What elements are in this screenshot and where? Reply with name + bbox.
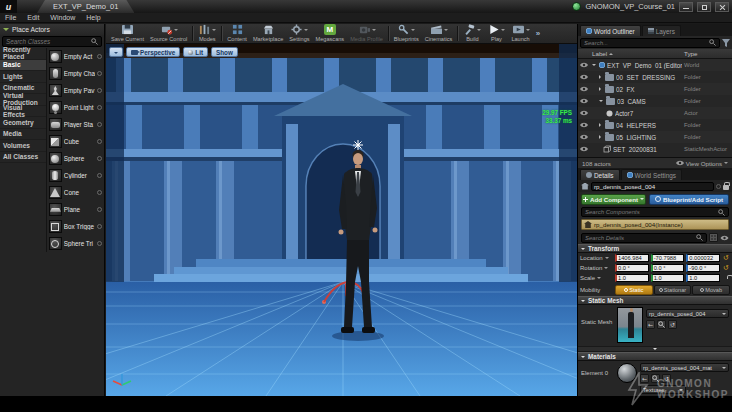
outliner-row-world[interactable]: EXT_VP_Demo_01 (Editor) World: [578, 59, 732, 71]
content-button[interactable]: Content: [224, 24, 250, 42]
location-y-field[interactable]: -70.7988: [651, 254, 685, 263]
lock-icon[interactable]: [723, 185, 729, 190]
expander-icon[interactable]: [599, 75, 603, 79]
static-mesh-thumbnail[interactable]: [617, 307, 643, 343]
menu-window[interactable]: Window: [50, 14, 75, 21]
blueprint-add-script-button[interactable]: Blueprint/Add Script: [649, 194, 729, 205]
visibility-eye-icon[interactable]: [580, 62, 588, 68]
rotation-y-field[interactable]: 0.0 °: [651, 264, 685, 273]
modes-button[interactable]: Modes: [195, 24, 219, 42]
category-volumes[interactable]: Volumes: [0, 140, 46, 152]
actor-item-cone[interactable]: Cone: [47, 184, 104, 201]
restore-button[interactable]: [697, 2, 711, 12]
selected-component-row[interactable]: rp_dennis_posed_004(Instance): [581, 219, 729, 230]
tab-world-settings[interactable]: World Settings: [621, 169, 682, 180]
material-select[interactable]: rp_dennis_posed_004_mat: [640, 363, 729, 372]
menu-file[interactable]: File: [5, 14, 16, 21]
expander-icon[interactable]: [599, 87, 603, 91]
cinematics-button[interactable]: Cinematics: [422, 24, 456, 42]
expander-icon[interactable]: [599, 100, 603, 104]
category-recently-placed[interactable]: Recently Placed: [0, 48, 46, 60]
toolbar-overflow-chevron[interactable]: »: [536, 29, 540, 38]
actor-item-cylinder[interactable]: Cylinder: [47, 167, 104, 184]
settings-button[interactable]: Settings: [286, 24, 312, 42]
actor-item-sphere[interactable]: Sphere: [47, 150, 104, 167]
media-profile-button[interactable]: Media Profile: [347, 24, 386, 42]
category-basic[interactable]: Basic: [0, 60, 46, 72]
menu-edit[interactable]: Edit: [27, 14, 39, 21]
outliner-row-actor[interactable]: Actor7 Actor: [578, 107, 732, 119]
actor-item-cube[interactable]: Cube: [47, 133, 104, 150]
actor-item-box-trigger[interactable]: Box Trigge: [47, 218, 104, 235]
outliner-row-folder[interactable]: 05_LIGHTING Folder: [578, 131, 732, 143]
actor-item-empty-pawn[interactable]: Empty Pav: [47, 82, 104, 99]
outliner-row-staticmesh[interactable]: SET_20200831 StaticMeshActor: [578, 143, 732, 155]
static-mesh-select[interactable]: rp_dennis_posed_004: [646, 309, 729, 318]
rotation-z-field[interactable]: -90.0 °: [686, 264, 720, 273]
category-media[interactable]: Media: [0, 129, 46, 141]
outliner-row-folder[interactable]: 02_FX Folder: [578, 83, 732, 95]
browse-to-material-button[interactable]: [651, 374, 660, 383]
megascans-button[interactable]: M Megascans: [313, 24, 348, 42]
category-visual-effects[interactable]: Visual Effects: [0, 106, 46, 118]
blueprints-button[interactable]: Blueprints: [391, 24, 422, 42]
viewport-options-button[interactable]: [109, 47, 123, 57]
scale-y-field[interactable]: 1.0: [651, 274, 685, 283]
actor-item-player-start[interactable]: Player Sta: [47, 116, 104, 133]
actor-name-field[interactable]: rp_dennis_posed_004: [591, 182, 714, 191]
visibility-eye-icon[interactable]: [580, 98, 588, 104]
category-geometry[interactable]: Geometry: [0, 117, 46, 129]
category-all-classes[interactable]: All Classes: [0, 152, 46, 164]
outliner-row-folder[interactable]: 04_HELPERS Folder: [578, 119, 732, 131]
tab-details[interactable]: Details: [580, 169, 620, 180]
tab-layers[interactable]: Layers: [642, 25, 681, 36]
actor-item-empty-actor[interactable]: Empty Act: [47, 48, 104, 65]
search-details-input[interactable]: Search Details: [581, 233, 707, 243]
static-mesh-section-header[interactable]: Static Mesh: [578, 296, 732, 305]
filter-icon[interactable]: [722, 39, 730, 47]
actor-item-plane[interactable]: Plane: [47, 201, 104, 218]
show-button[interactable]: Show: [211, 47, 238, 57]
textures-dropdown[interactable]: Textures: [640, 385, 686, 394]
property-matrix-icon[interactable]: [709, 233, 718, 242]
mobility-static-button[interactable]: Static: [615, 285, 653, 295]
rotation-x-field[interactable]: 0.0 °: [615, 264, 649, 273]
level-tab[interactable]: EXT_VP_Demo_01: [37, 0, 134, 13]
expander-icon[interactable]: [592, 64, 596, 68]
visibility-eye-icon[interactable]: [580, 134, 588, 140]
transform-section-header[interactable]: Transform: [578, 244, 732, 253]
marketplace-button[interactable]: Marketplace: [250, 24, 286, 42]
reset-rotation-icon[interactable]: ↺: [722, 264, 730, 272]
location-x-field[interactable]: 1406.984: [615, 254, 649, 263]
actor-item-empty-character[interactable]: Empty Cha: [47, 65, 104, 82]
expander-icon[interactable]: [599, 135, 603, 139]
visibility-eye-icon[interactable]: [580, 122, 588, 128]
reset-material-button[interactable]: ↺: [662, 374, 671, 383]
level-viewport[interactable]: Perspective Lit Show 29.97 FPS 33.37 ms: [106, 44, 577, 396]
lit-mode-button[interactable]: Lit: [183, 47, 208, 57]
use-selected-asset-button[interactable]: ←: [646, 320, 655, 329]
view-options-button[interactable]: View Options: [676, 160, 728, 167]
category-lights[interactable]: Lights: [0, 71, 46, 83]
actor-name-option-icon[interactable]: [716, 184, 721, 189]
minimize-button[interactable]: [679, 2, 693, 12]
actor-item-point-light[interactable]: Point Light: [47, 99, 104, 116]
outliner-row-folder[interactable]: 03_CAMS Folder: [578, 95, 732, 107]
search-components-input[interactable]: Search Components: [581, 207, 729, 217]
expander-icon[interactable]: [599, 123, 603, 127]
save-current-button[interactable]: Save Current: [108, 24, 147, 42]
visibility-eye-icon[interactable]: [580, 146, 588, 152]
browse-to-asset-button[interactable]: [657, 320, 666, 329]
scale-z-field[interactable]: 1.0: [686, 274, 720, 283]
column-type[interactable]: Type: [684, 50, 732, 57]
play-button[interactable]: Play: [484, 24, 508, 42]
location-z-field[interactable]: 0.000032: [686, 254, 720, 263]
add-component-button[interactable]: Add Component: [581, 194, 646, 205]
outliner-row-folder[interactable]: 00_SET_DRESSING Folder: [578, 71, 732, 83]
mobility-movable-button[interactable]: Movab: [692, 285, 730, 295]
build-button[interactable]: Build: [460, 24, 484, 42]
column-label[interactable]: Label: [592, 50, 684, 57]
menu-help[interactable]: Help: [86, 14, 100, 21]
visibility-eye-icon[interactable]: [580, 110, 588, 116]
close-button[interactable]: [715, 2, 729, 12]
